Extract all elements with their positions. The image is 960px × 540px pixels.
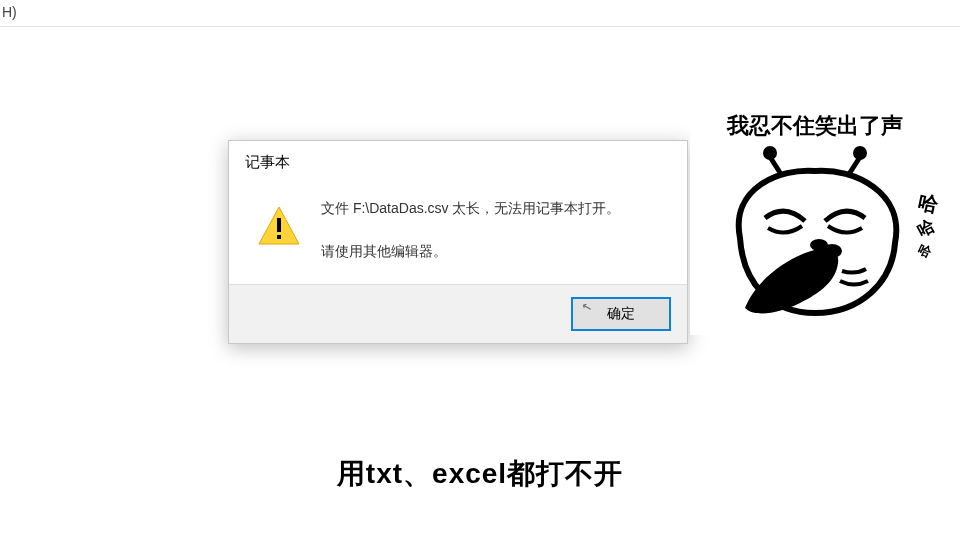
- meme-caption: 我忍不住笑出了声: [690, 105, 940, 141]
- svg-rect-2: [277, 235, 281, 239]
- warning-icon: [257, 204, 301, 252]
- error-dialog: 记事本 文件 F:\DataDas.csv 太长，无法用记事本打开。 请使用其他…: [228, 140, 688, 344]
- dialog-title: 记事本: [229, 141, 687, 180]
- meme-sticker: 我忍不住笑出了声 哈 哈 哈: [690, 105, 940, 335]
- meme-laugh-text: 哈 哈 哈: [918, 193, 938, 259]
- subtitle-caption: 用txt、excel都打不开: [0, 455, 960, 493]
- meme-face-icon: [710, 143, 920, 318]
- svg-point-8: [810, 239, 828, 251]
- top-divider: [0, 26, 960, 27]
- meme-laugh-3: 哈: [916, 242, 934, 260]
- dialog-body: 文件 F:\DataDas.csv 太长，无法用记事本打开。 请使用其他编辑器。: [229, 180, 687, 284]
- dialog-message-line1: 文件 F:\DataDas.csv 太长，无法用记事本打开。: [321, 198, 620, 219]
- meme-laugh-1: 哈: [916, 191, 940, 216]
- svg-rect-1: [277, 218, 281, 232]
- dialog-footer: 确定: [229, 284, 687, 343]
- menu-fragment: H): [0, 0, 19, 24]
- meme-laugh-2: 哈: [915, 217, 938, 241]
- dialog-message: 文件 F:\DataDas.csv 太长，无法用记事本打开。 请使用其他编辑器。: [321, 198, 620, 262]
- dialog-message-line2: 请使用其他编辑器。: [321, 241, 620, 262]
